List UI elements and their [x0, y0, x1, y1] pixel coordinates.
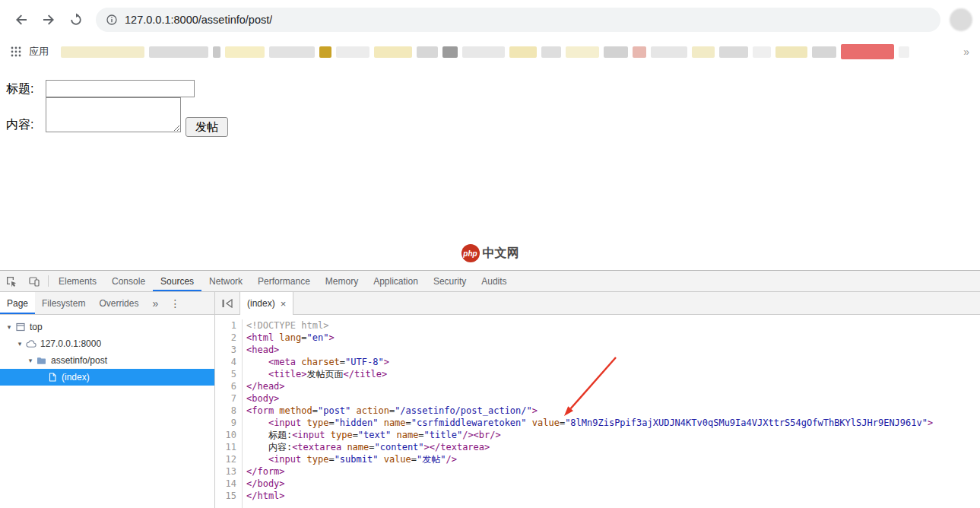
navigator-tab-page[interactable]: Page [0, 292, 35, 314]
sources-editor: (index) × 123456789101112131415 <!DOCTYP… [215, 292, 980, 508]
redacted-bookmark[interactable] [651, 46, 687, 58]
redacted-bookmark[interactable] [225, 46, 265, 58]
expand-arrow-icon[interactable]: ▾ [15, 340, 24, 348]
redacted-bookmark[interactable] [633, 46, 646, 58]
device-toolbar-icon [28, 275, 40, 287]
redacted-bookmark[interactable] [149, 46, 208, 58]
navigator-tab-filesystem[interactable]: Filesystem [35, 292, 92, 314]
code-line-10: 标题:<input type="text" name="title"/><br/… [246, 429, 980, 441]
line-number[interactable]: 8 [215, 405, 236, 417]
devtools-tab-strip: ElementsConsoleSourcesNetworkPerformance… [51, 271, 515, 291]
devtools-tab-memory[interactable]: Memory [318, 271, 366, 291]
devtools-tab-application[interactable]: Application [366, 271, 426, 291]
forward-button[interactable] [35, 6, 62, 33]
page-info-icon[interactable] [106, 14, 117, 25]
redacted-bookmark[interactable] [899, 46, 909, 58]
devtools-tab-performance[interactable]: Performance [250, 271, 318, 291]
redacted-bookmark[interactable] [269, 46, 315, 58]
redacted-bookmark[interactable] [841, 44, 894, 59]
redacted-bookmark[interactable] [374, 46, 412, 58]
line-number[interactable]: 10 [215, 429, 236, 441]
tree-item-127-0-0-1-8000[interactable]: ▾127.0.0.1:8000 [0, 335, 214, 352]
code-viewer: 123456789101112131415 <!DOCTYPE html><ht… [215, 315, 980, 508]
redacted-bookmark[interactable] [719, 46, 748, 58]
redacted-avatar[interactable] [950, 8, 972, 31]
code-line-4: <meta charset="UTF-8"> [246, 356, 980, 368]
tree-item-index[interactable]: (index) [0, 369, 214, 386]
expand-arrow-icon[interactable]: ▾ [26, 357, 35, 364]
back-button[interactable] [8, 6, 35, 33]
folder-icon [35, 357, 48, 365]
code-line-6: </head> [246, 380, 980, 392]
redacted-bookmark[interactable] [812, 46, 836, 58]
line-number[interactable]: 14 [215, 478, 236, 490]
redacted-bookmark[interactable] [509, 46, 537, 58]
apps-grid-icon[interactable] [11, 46, 21, 57]
close-tab-icon[interactable]: × [281, 298, 287, 310]
redacted-bookmark[interactable] [442, 46, 458, 58]
devtools-panel: ElementsConsoleSourcesNetworkPerformance… [0, 270, 980, 508]
bookmarks-overflow-icon[interactable]: » [963, 46, 969, 58]
code-line-13: </form> [246, 465, 980, 478]
address-bar[interactable]: 127.0.0.1:8000/assetinfo/post/ [96, 8, 940, 32]
devtools-tab-sources[interactable]: Sources [153, 271, 201, 291]
devtools-tab-security[interactable]: Security [426, 271, 474, 291]
redacted-bookmark[interactable] [692, 46, 715, 58]
inspect-cursor-icon [5, 275, 17, 287]
content-textarea[interactable] [46, 97, 181, 132]
expand-arrow-icon[interactable]: ▾ [5, 323, 14, 331]
redacted-bookmark[interactable] [417, 46, 438, 58]
bookmarks-bar: 应用 » [0, 40, 980, 64]
page-content: 标题: 内容: 发帖 php 中文网 [0, 64, 980, 270]
editor-file-tab[interactable]: (index) × [239, 292, 293, 315]
line-number[interactable]: 1 [215, 319, 236, 332]
arrow-left-icon [14, 12, 29, 27]
line-number[interactable]: 12 [215, 453, 236, 465]
devtools-tab-console[interactable]: Console [104, 271, 153, 291]
reload-button[interactable] [62, 6, 90, 33]
tree-item-top[interactable]: ▾top [0, 319, 214, 335]
redacted-bookmark[interactable] [604, 46, 628, 58]
tree-item-assetinfo-post[interactable]: ▾assetinfo/post [0, 352, 214, 369]
devtools-tab-network[interactable]: Network [201, 271, 250, 291]
redacted-bookmark[interactable] [336, 46, 369, 58]
file-icon [46, 373, 59, 382]
navigator-tab-strip: PageFilesystemOverrides [0, 292, 145, 314]
devtools-tab-elements[interactable]: Elements [51, 271, 104, 291]
redacted-bookmark[interactable] [61, 46, 144, 58]
line-number[interactable]: 13 [215, 465, 236, 478]
line-number[interactable]: 5 [215, 368, 236, 380]
title-input[interactable] [46, 80, 195, 97]
line-number[interactable]: 9 [215, 417, 236, 429]
devtools-tab-audits[interactable]: Audits [474, 271, 514, 291]
gutter: 123456789101112131415 [215, 319, 243, 508]
line-number[interactable]: 11 [215, 441, 236, 453]
line-number[interactable]: 6 [215, 380, 236, 392]
tree-item-label: (index) [62, 372, 90, 383]
line-number[interactable]: 7 [215, 392, 236, 405]
devtools-main: PageFilesystemOverrides » ⋮ ▾top▾127.0.0… [0, 292, 980, 508]
redacted-bookmark[interactable] [541, 46, 561, 58]
navigator-tab-overrides[interactable]: Overrides [92, 292, 145, 314]
apps-shortcut-label[interactable]: 应用 [29, 45, 49, 59]
navigator-menu-icon[interactable]: ⋮ [165, 292, 185, 314]
line-number[interactable]: 15 [215, 490, 236, 502]
browser-toolbar: 127.0.0.1:8000/assetinfo/post/ [0, 0, 980, 40]
content-label: 内容: [6, 117, 33, 133]
line-number[interactable]: 3 [215, 344, 236, 356]
redacted-bookmark[interactable] [775, 46, 807, 58]
redacted-bookmark[interactable] [566, 46, 599, 58]
inspect-element-button[interactable] [0, 271, 23, 291]
code-line-1: <!DOCTYPE html> [246, 319, 980, 332]
redacted-bookmark[interactable] [753, 46, 771, 58]
redacted-bookmark[interactable] [319, 46, 331, 58]
redacted-bookmark[interactable] [462, 46, 505, 58]
line-number[interactable]: 4 [215, 356, 236, 368]
device-toolbar-button[interactable] [23, 271, 46, 291]
sources-navigator: PageFilesystemOverrides » ⋮ ▾top▾127.0.0… [0, 292, 215, 508]
more-tabs-icon[interactable]: » [145, 292, 165, 314]
line-number[interactable]: 2 [215, 332, 236, 344]
redacted-bookmark[interactable] [213, 46, 220, 58]
hide-navigator-button[interactable] [215, 292, 239, 314]
submit-post-button[interactable]: 发帖 [186, 117, 228, 137]
